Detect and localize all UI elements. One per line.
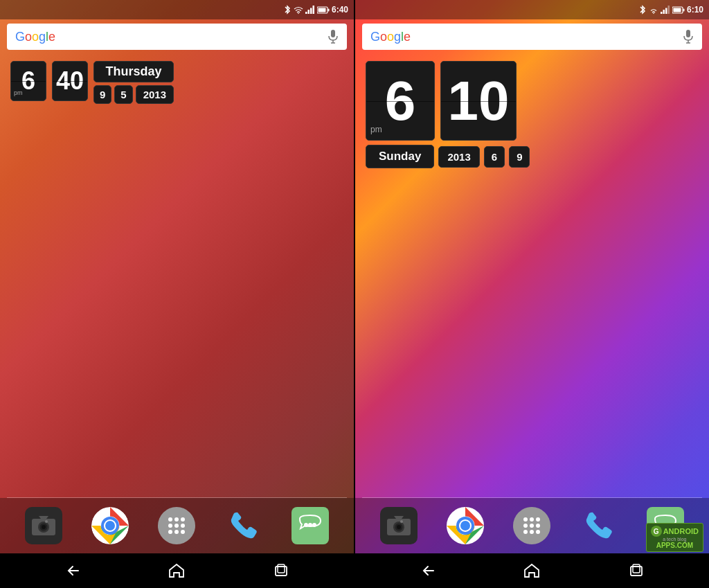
watermark-tagline-row: a tech blog bbox=[663, 537, 686, 542]
right-dock-camera[interactable] bbox=[380, 507, 418, 544]
svg-point-23 bbox=[168, 524, 172, 528]
right-dock-chrome[interactable] bbox=[447, 507, 484, 544]
svg-rect-67 bbox=[633, 564, 640, 573]
svg-rect-7 bbox=[318, 8, 325, 12]
battery-icon bbox=[317, 6, 330, 14]
left-dock-chrome[interactable] bbox=[91, 507, 129, 544]
svg-point-19 bbox=[105, 521, 115, 531]
left-status-bar: 6:40 bbox=[0, 0, 354, 19]
left-date-widget: Thursday 9 5 2013 bbox=[93, 61, 174, 104]
right-status-bar: 6:10 bbox=[355, 0, 709, 19]
svg-rect-40 bbox=[683, 8, 684, 11]
right-camera-icon bbox=[386, 515, 411, 536]
left-dock-apps[interactable] bbox=[158, 507, 195, 544]
right-dock-apps[interactable] bbox=[513, 507, 550, 544]
right-year: 2013 bbox=[438, 146, 479, 168]
svg-point-61 bbox=[530, 530, 534, 534]
left-dock bbox=[0, 498, 354, 553]
svg-point-57 bbox=[523, 524, 528, 528]
svg-rect-3 bbox=[310, 8, 312, 15]
right-day-name: Sunday bbox=[366, 145, 434, 168]
right-phone-icon bbox=[586, 511, 612, 540]
svg-point-25 bbox=[181, 524, 185, 528]
right-battery-icon bbox=[672, 6, 685, 14]
left-hour-tile: 6 pm bbox=[10, 61, 46, 101]
right-hour-tile: 6 pm bbox=[366, 61, 435, 141]
signal-icon bbox=[305, 6, 315, 14]
right-recent-icon bbox=[629, 564, 643, 578]
svg-rect-8 bbox=[331, 30, 335, 37]
svg-point-55 bbox=[530, 517, 534, 522]
left-day: 5 bbox=[114, 85, 132, 104]
bluetooth-icon bbox=[283, 5, 291, 15]
svg-rect-36 bbox=[663, 10, 665, 14]
svg-point-34 bbox=[653, 12, 654, 13]
camera-icon bbox=[31, 515, 56, 536]
left-back-button[interactable] bbox=[59, 560, 87, 581]
left-home-button[interactable] bbox=[163, 560, 190, 581]
left-day-name: Thursday bbox=[93, 61, 174, 82]
left-dock-camera[interactable] bbox=[25, 507, 62, 544]
left-search-bar[interactable]: Google bbox=[7, 24, 347, 50]
right-minute-tile: 10 bbox=[440, 61, 517, 141]
right-nav-bar bbox=[355, 553, 709, 588]
svg-point-28 bbox=[181, 530, 185, 534]
right-home-icon bbox=[523, 563, 540, 578]
svg-rect-37 bbox=[665, 8, 667, 15]
google-logo-left: Google bbox=[15, 30, 55, 44]
chrome-icon bbox=[91, 507, 129, 544]
right-search-bar[interactable]: Google bbox=[362, 24, 702, 50]
right-mic-icon[interactable] bbox=[683, 29, 694, 44]
phone-icon bbox=[231, 511, 257, 540]
left-year: 2013 bbox=[136, 85, 174, 104]
svg-rect-2 bbox=[307, 10, 309, 14]
watermark-tagline: a tech blog bbox=[663, 537, 686, 542]
svg-rect-4 bbox=[312, 6, 314, 14]
svg-point-27 bbox=[174, 530, 179, 534]
right-time-row: 6 pm 10 bbox=[366, 61, 699, 141]
right-back-button[interactable] bbox=[414, 560, 442, 581]
svg-point-48 bbox=[397, 525, 401, 529]
watermark-apps: APPS.COM bbox=[656, 542, 693, 549]
svg-point-0 bbox=[298, 12, 299, 13]
right-month: 6 bbox=[484, 146, 505, 168]
right-recent-button[interactable] bbox=[622, 560, 650, 581]
svg-rect-35 bbox=[661, 12, 663, 14]
right-back-icon bbox=[420, 564, 436, 578]
left-month: 9 bbox=[93, 85, 111, 104]
right-home-button[interactable] bbox=[518, 560, 546, 581]
svg-point-49 bbox=[400, 520, 403, 523]
svg-point-54 bbox=[523, 517, 528, 522]
svg-point-58 bbox=[530, 524, 534, 528]
recent-icon bbox=[274, 564, 288, 578]
left-dock-phone[interactable] bbox=[225, 507, 262, 544]
right-signal-icon bbox=[661, 6, 670, 14]
right-status-icons: 6:10 bbox=[638, 5, 703, 15]
messenger-icon bbox=[298, 513, 323, 538]
right-phone: 6:10 Google 6 pm 10 bbox=[355, 0, 709, 588]
left-phone: 6:40 Google 6 pm 40 Thursda bbox=[0, 0, 354, 588]
svg-point-53 bbox=[460, 521, 470, 531]
back-icon bbox=[64, 564, 81, 578]
left-time: 6:40 bbox=[332, 5, 348, 15]
right-wifi-icon bbox=[649, 6, 658, 14]
left-dock-messenger[interactable] bbox=[291, 507, 329, 544]
watermark-android: ANDROID bbox=[663, 527, 699, 535]
apps-icon bbox=[167, 516, 186, 535]
left-recent-button[interactable] bbox=[267, 560, 295, 581]
right-dock-phone[interactable] bbox=[580, 507, 618, 544]
svg-rect-38 bbox=[667, 6, 670, 14]
right-bluetooth-icon bbox=[638, 5, 647, 15]
right-time: 6:10 bbox=[687, 5, 703, 15]
svg-point-24 bbox=[174, 524, 179, 528]
left-mic-icon[interactable] bbox=[327, 29, 339, 44]
go-badge: G bbox=[651, 526, 662, 537]
svg-point-21 bbox=[174, 517, 179, 522]
svg-rect-6 bbox=[327, 8, 329, 11]
svg-point-56 bbox=[536, 517, 540, 522]
wifi-icon bbox=[294, 6, 303, 14]
svg-rect-33 bbox=[278, 564, 285, 573]
right-day: 9 bbox=[509, 146, 530, 168]
svg-point-62 bbox=[536, 530, 540, 534]
right-apps-icon bbox=[522, 516, 541, 535]
